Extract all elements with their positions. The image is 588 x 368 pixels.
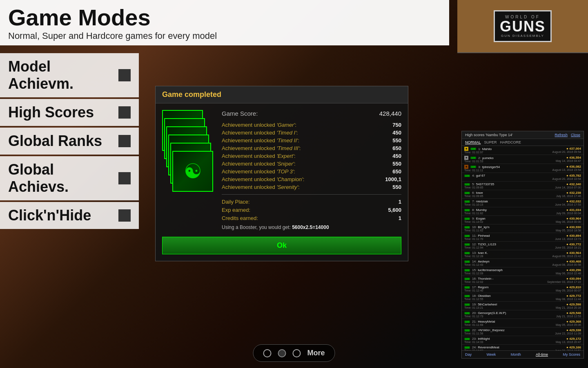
hs-time: Time: 01:13:21: [464, 306, 556, 309]
hs-row[interactable]: 100 6: towe Time: 01:09:85 ● 432,238 Jul…: [462, 190, 584, 199]
hs-right: ● 430,930 May 05, 2016 18:58: [556, 225, 581, 232]
hs-row-left: 100 5: 5437733735 Time: 01:09:85: [464, 182, 555, 189]
page-dot-3[interactable]: [292, 349, 301, 357]
hs-row[interactable]: 100 10: B#_kp'n Time: 01:11:62 ● 430,930…: [462, 224, 584, 233]
hs-score: ● 430,094: [566, 277, 581, 280]
logo-sub: GUN DISASSEMBLY: [500, 34, 546, 38]
booster-text: Using a Booster, you would get: 5600x2.5…: [222, 224, 401, 230]
hs-close-link[interactable]: Close: [571, 133, 580, 137]
hs-rank: 16:: [472, 277, 477, 280]
hs-row[interactable]: 100 17: Regorn Time: 01:12:40 ● 429,810 …: [462, 285, 584, 293]
hs-rank-name: 100 14: Aedwyn: [464, 260, 552, 263]
hs-right: ● 432,238 July 16, 2016 17:46: [556, 191, 581, 197]
hs-footer-myscores[interactable]: My Scores: [563, 352, 580, 357]
hs-row[interactable]: 100 23: InfiNight Time: 01:14:33 ● 429,1…: [462, 336, 584, 345]
hs-row-left: 100 10: B#_kp'n Time: 01:11:62: [464, 225, 556, 232]
sidebar-item-high-scores[interactable]: High Scores: [0, 99, 139, 126]
hs-time: Time: 01:11:68: [464, 323, 556, 326]
page-dot-2[interactable]: [278, 349, 286, 357]
achievement-label: Achievement unlocked 'TOP 3':: [222, 168, 295, 175]
hs-row[interactable]: ★ 100 2: yumeko Time: 01:01:53 ● 436,554…: [462, 155, 584, 164]
badge-icon: 100: [464, 260, 470, 263]
hs-right: ● 430,964 May 06, 2016 00:00: [556, 217, 581, 223]
hs-row[interactable]: ★ 100 1: Mahilo Time: 01:02:97 ● 437,004…: [462, 146, 584, 155]
hs-date: July 16, 2016 17:46: [556, 195, 581, 197]
hs-row[interactable]: 100 13: Ivan K. Time: 01:12:28 ● 430,564…: [462, 250, 584, 259]
hs-row[interactable]: 100 5: 5437733735 Time: 01:09:85 ● 432,3…: [462, 182, 584, 190]
hs-footer-day[interactable]: Day: [465, 352, 472, 357]
hs-tab-normal[interactable]: NORMAL: [465, 140, 481, 144]
hs-row[interactable]: 100 8: Mumby Time: 01:11:82 ● 431,034 Ju…: [462, 207, 584, 216]
hs-score: ● 435,782: [566, 174, 581, 177]
hs-row[interactable]: 100 12: TIZIO_LI123 Time: 01:12:94 ● 430…: [462, 242, 584, 250]
hs-row-left: 100 20: Gemorge(G.E.W.P) Time: 01:12:73: [464, 311, 556, 318]
hs-rank-name: 100 5: 5437733735: [464, 182, 555, 186]
hs-time: Time: 01:01:53: [464, 160, 556, 163]
hs-right: ● 435,782 August 20, 2016 10:54: [552, 174, 581, 180]
hs-row-left: 100 7: niedziak Time: 01:10:15: [464, 200, 555, 206]
hs-date: May 06, 2016 00:00: [556, 220, 581, 223]
sidebar-item-click-n-hide[interactable]: Click'n'Hide: [0, 202, 139, 229]
hs-row[interactable]: 100 9: Eogan Time: 01:13:02 ● 430,964 Ma…: [462, 216, 584, 224]
hs-row[interactable]: 100 4: guf 67 ● 435,782 August 20, 2016 …: [462, 173, 584, 182]
hs-row[interactable]: 100 20: Gemorge(G.E.W.P) Time: 01:12:73 …: [462, 310, 584, 319]
hs-row[interactable]: 100 7: niedziak Time: 01:10:15 ● 432,032…: [462, 199, 584, 207]
hs-score: ● 437,004: [566, 147, 581, 150]
hs-footer-alltime[interactable]: All-time: [536, 352, 548, 357]
hs-name: Regorn: [478, 285, 488, 289]
hs-row[interactable]: 100 21: HeavyMetal Time: 01:11:68 ● 429,…: [462, 319, 584, 328]
achievement-row: Achievement unlocked 'Timed II': 550: [222, 137, 401, 144]
hs-time: Time: 01:12:40: [464, 289, 556, 292]
sidebar-label: Global Ranks: [8, 132, 102, 150]
hs-row[interactable]: 100 24: ReverendMeat Time: 01:14:62 ● 42…: [462, 345, 584, 350]
badge-icon: 100: [464, 303, 470, 306]
hs-date: August 13, 2016 15:54: [552, 168, 581, 171]
hs-time: Time: 01:12:28: [464, 255, 552, 258]
hs-date: May 21, 2016 20:16: [556, 306, 581, 309]
hs-score: ● 430,296: [566, 268, 581, 272]
achievement-row: Achievement unlocked 'Expert': 450: [222, 153, 401, 159]
hs-score: ● 429,338: [566, 328, 581, 332]
stat-label: Daily Place:: [222, 199, 250, 205]
achievement-label: Achievement unlocked 'Sniper':: [222, 161, 296, 167]
ok-button[interactable]: Ok: [162, 237, 401, 254]
hs-date: May 14, 2016 04:47: [556, 159, 581, 162]
sidebar-item-global-ranks[interactable]: Global Ranks: [0, 128, 139, 155]
hs-row[interactable]: ★ 100 3: tjdreiziger54 Time: 01:11:11 ● …: [462, 164, 584, 173]
hs-footer-month[interactable]: Month: [511, 352, 521, 357]
hs-name: towe: [476, 191, 483, 195]
hs-row[interactable]: 100 11: Pinhead Time: 01:11:70 ● 430,894…: [462, 233, 584, 242]
hs-row[interactable]: 100 16: Thorstein - Time: 01:12:02 ● 430…: [462, 276, 584, 285]
hs-score: ● 430,964: [566, 217, 581, 220]
hs-rank-name: 100 8: Mumby: [464, 208, 556, 212]
hs-name: yumeko: [482, 156, 494, 160]
page-dot-1[interactable]: [263, 349, 271, 357]
hs-row-left: 100 6: towe Time: 01:09:85: [464, 191, 556, 197]
sidebar-item-global-achievs[interactable]: Global Achievs.: [0, 156, 139, 200]
hs-rank-name: 100 12: TIZIO_LI123: [464, 242, 555, 246]
hs-row[interactable]: 100 22: =NYAN=_thejonez Time: 01:11:56 ●…: [462, 328, 584, 336]
medal-icon: ★: [464, 156, 468, 160]
hs-row[interactable]: 100 14: Aedwyn Time: 01:12:43 ● 430,468 …: [462, 259, 584, 267]
achievement-row: Achievement unlocked 'TOP 3': 650: [222, 168, 401, 175]
hs-row[interactable]: 100 19: 5thCartwheel Time: 01:13:21 ● 42…: [462, 302, 584, 310]
hs-date: August 09, 2016 23:42: [552, 255, 581, 258]
hs-refresh-link[interactable]: Refresh: [555, 133, 568, 137]
hs-tab-hardcore[interactable]: HARDCORE: [500, 140, 521, 144]
header-section: Game Modes Normal, Super and Hardcore ga…: [0, 0, 449, 45]
hs-row[interactable]: 100 18: Obsidian Time: 01:12:55 ● 429,77…: [462, 293, 584, 302]
hs-tab-super[interactable]: SUPER: [484, 140, 497, 144]
hs-date: August 20, 2016 10:54: [552, 177, 581, 180]
dialog-image-stack: ☯ ☯ ☯ ☯ ☯ ☯: [162, 110, 215, 224]
badge-icon: 100: [464, 209, 470, 211]
hs-row[interactable]: 100 15: luciferinanseraph Time: 01:12:09…: [462, 267, 584, 276]
hs-score: ● 432,032: [566, 200, 581, 203]
hs-name: Obsidian: [478, 294, 491, 298]
more-label[interactable]: More: [307, 349, 325, 357]
hs-date: August 08, 2016 00:58: [552, 263, 581, 266]
hs-score: ● 430,468: [566, 260, 581, 263]
hs-footer-week[interactable]: Week: [486, 352, 496, 357]
hs-right: ● 430,094 September 03, 2016 17:22: [547, 277, 581, 283]
sidebar-item-model-achievem[interactable]: Model Achievm.: [0, 53, 139, 97]
hs-right: ● 429,338 June 22, 2016 11:09: [555, 328, 581, 335]
